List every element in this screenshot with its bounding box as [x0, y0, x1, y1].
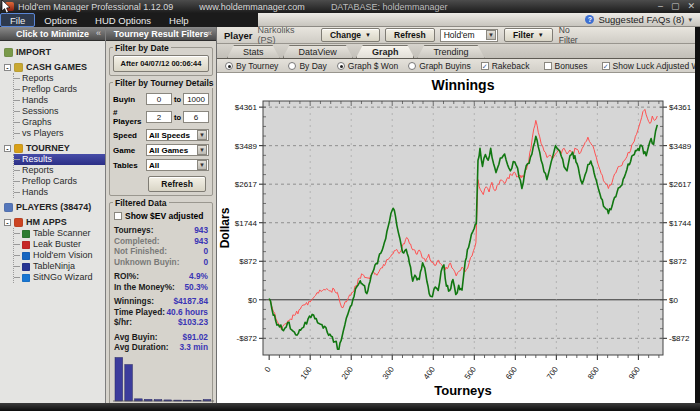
mouse-cursor-icon — [1, 0, 11, 14]
chevron-down-icon[interactable]: ▼ — [197, 130, 207, 140]
sitngo-wizard-icon — [22, 274, 30, 282]
collapse-left-icon[interactable]: « — [207, 28, 212, 38]
holdem-vision-icon — [22, 252, 30, 260]
svg-text:$3489: $3489 — [235, 142, 258, 151]
filter-row-players: # Players2to6 — [113, 108, 209, 126]
change-player-button[interactable]: Change ▼ — [321, 28, 380, 42]
buyin-to-input[interactable]: 1000 — [183, 93, 209, 105]
sidebar-item-sessions[interactable]: Sessions — [14, 106, 103, 117]
filters-refresh-button[interactable]: Refresh — [148, 176, 206, 192]
tab-dataview[interactable]: DataView — [283, 45, 353, 58]
checkbox-show-luck-adjusted-winnings[interactable]: ✓Show Luck Adjusted Winnings — [602, 61, 695, 71]
suggested-faqs[interactable]: Suggested FAQs (8) — [598, 14, 684, 25]
sidebar-header[interactable]: Click to Minimize « — [0, 27, 105, 41]
game-select[interactable]: All Games▼ — [146, 144, 209, 156]
stat-row-in-the-money: In the Money%:50.3% — [113, 282, 209, 293]
players-from-input[interactable]: 2 — [146, 111, 172, 123]
stat-row-roi: ROI%:4.9% — [113, 271, 209, 282]
sidebar-item-graphs[interactable]: Graphs — [14, 117, 103, 128]
collapse-left-icon[interactable]: « — [96, 28, 101, 38]
tab-graph[interactable]: Graph — [356, 45, 415, 58]
sidebar-item-results[interactable]: Results — [14, 154, 106, 165]
sidebar-section-tourney: -TOURNEYResultsReportsPreflop CardsHands — [4, 142, 103, 198]
menu-item-hud-options[interactable]: HUD Options — [86, 13, 160, 27]
show-ev-adjusted-label: Show $EV adjusted — [125, 211, 203, 221]
maximize-button[interactable]: ▢ — [671, 2, 680, 11]
radio-graph-buyins[interactable]: Graph Buyins — [408, 61, 471, 71]
speed-select[interactable]: All Speeds▼ — [146, 129, 209, 141]
sidebar-item-players-38474[interactable]: PLAYERS (38474) — [4, 201, 103, 213]
checkbox-label: Bonuses — [555, 61, 588, 71]
filter-button[interactable]: Filter ▼ — [504, 28, 553, 42]
tab-stats[interactable]: Stats — [227, 45, 280, 58]
sidebar-item-reports[interactable]: Reports — [14, 73, 103, 84]
window-title: Hold'em Manager Professional 1.12.09 — [18, 2, 173, 12]
sidebar-item-tableninja[interactable]: TableNinja — [14, 261, 103, 272]
filter-row-tables: TablesAll▼ — [113, 159, 209, 171]
svg-text:$0: $0 — [669, 296, 678, 305]
menubar: FileOptionsHUD OptionsHelp ? Suggested F… — [0, 13, 700, 27]
checkbox-icon[interactable]: ✓ — [602, 62, 610, 70]
radio-icon[interactable] — [225, 62, 233, 70]
sidebar-item-preflop-cards[interactable]: Preflop Cards — [14, 176, 103, 187]
sidebar-item-vs-players[interactable]: vs Players — [14, 128, 103, 139]
buyin-distribution-chart: 48.3140.522.431.841.551.26170.980.891.61… — [113, 355, 214, 404]
help-question-icon: ? — [585, 15, 594, 24]
filters-header[interactable]: Tourney Result Filters « — [106, 27, 216, 41]
expander-icon[interactable]: - — [4, 145, 11, 152]
sidebar-item-label: Preflop Cards — [22, 84, 77, 95]
radio-icon[interactable] — [288, 62, 296, 70]
radio-graph-won[interactable]: Graph $ Won — [337, 61, 398, 71]
player-refresh-button[interactable]: Refresh — [385, 28, 435, 42]
show-ev-adjusted-checkbox[interactable] — [114, 212, 122, 220]
expander-icon[interactable]: - — [4, 219, 11, 226]
sidebar-item-reports[interactable]: Reports — [14, 165, 103, 176]
menu-item-file[interactable]: File — [0, 13, 35, 27]
cash-games-cards-icon — [14, 63, 23, 72]
menu-item-help[interactable]: Help — [160, 13, 198, 27]
sidebar-item-preflop-cards[interactable]: Preflop Cards — [14, 84, 103, 95]
players-to-input[interactable]: 6 — [183, 111, 209, 123]
checkbox-icon[interactable] — [544, 62, 552, 70]
checkbox-icon[interactable]: ✓ — [481, 62, 489, 70]
sidebar-item-hm-apps[interactable]: -HM APPS — [4, 216, 103, 228]
sidebar-item-tourney[interactable]: -TOURNEY — [4, 142, 103, 154]
menu-item-options[interactable]: Options — [35, 13, 86, 27]
close-button[interactable]: ✕ — [687, 2, 695, 11]
tab-trending[interactable]: Trending — [417, 45, 484, 58]
expander-icon[interactable]: - — [4, 64, 11, 71]
chevron-down-icon[interactable]: ▼ — [486, 30, 496, 40]
sidebar-item-cash-games[interactable]: -CASH GAMES — [4, 61, 103, 73]
date-filter-button[interactable]: After 04/07/12 00:06:44 — [113, 55, 209, 72]
checkbox-bonuses[interactable]: Bonuses — [544, 61, 588, 71]
to-label: to — [174, 113, 181, 122]
stat-label: Tourneys: — [114, 225, 154, 236]
radio-by-tourney[interactable]: By Tourney — [225, 61, 278, 71]
chevron-down-icon[interactable]: ▼ — [197, 160, 207, 170]
hm-apps-icon — [14, 218, 23, 227]
game-type-select[interactable]: Hold'em ▼ — [440, 29, 498, 42]
sidebar-item-hands[interactable]: Hands — [14, 95, 103, 106]
chevron-down-icon[interactable]: ▼ — [197, 145, 207, 155]
sidebar-item-hands[interactable]: Hands — [14, 187, 103, 198]
sidebar-item-table-scanner[interactable]: Table Scanner — [14, 228, 103, 239]
svg-text:$2617: $2617 — [669, 180, 692, 189]
minimize-button[interactable]: – — [658, 2, 663, 11]
tab-strip: StatsDataViewGraphTrending — [217, 44, 695, 59]
stat-value: 3.3 min — [179, 342, 208, 353]
radio-label: Graph Buyins — [419, 61, 471, 71]
sidebar-item-hold-em-vision[interactable]: Hold'em Vision — [14, 250, 103, 261]
player-label: Player — [224, 30, 253, 41]
sidebar-item-sitngo-wizard[interactable]: SitNGo Wizard — [14, 272, 103, 283]
radio-icon[interactable] — [337, 62, 345, 70]
buyin-from-input[interactable]: 0 — [146, 93, 172, 105]
tables-select[interactable]: All▼ — [146, 159, 209, 171]
svg-text:$1744: $1744 — [669, 219, 692, 228]
tourney-filters-panel: Tourney Result Filters « Filter by Date … — [106, 27, 217, 403]
radio-by-day[interactable]: By Day — [288, 61, 326, 71]
radio-icon[interactable] — [408, 62, 416, 70]
checkbox-rakeback[interactable]: ✓Rakeback — [481, 61, 530, 71]
sidebar-item-import[interactable]: IMPORT — [4, 46, 103, 58]
sidebar-item-leak-buster[interactable]: Leak Buster — [14, 239, 103, 250]
chevron-down-icon[interactable]: ▾ — [688, 16, 692, 24]
